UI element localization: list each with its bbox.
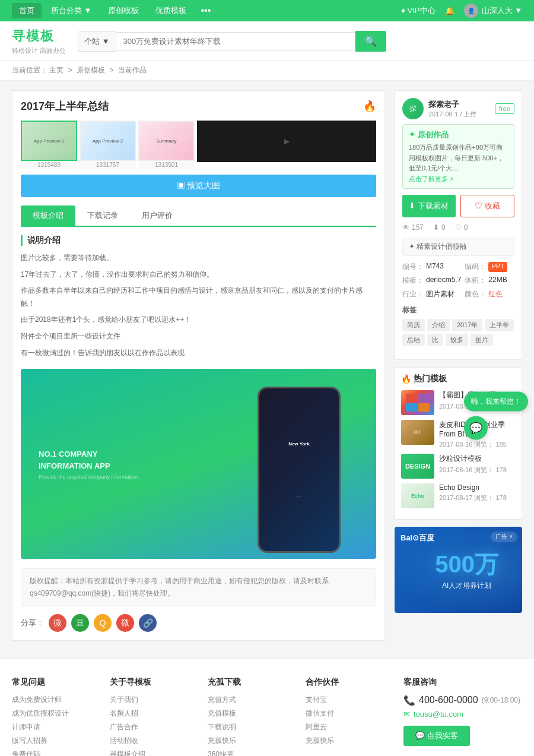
footer-link-1-1[interactable]: 名撰人招 <box>110 708 196 719</box>
hot-dl-2: 178 <box>495 466 506 473</box>
vip-button[interactable]: ♦ VIP中心 <box>401 5 435 16</box>
share-label: 分享： <box>21 618 44 628</box>
phone-app-title: New York <box>288 441 310 447</box>
search-area: 个站 ▼ 🔍 <box>78 31 386 52</box>
footer-contact: 客服咨询 📞 400-600-0000 (9:00-18:00) ✉ tousu… <box>403 677 522 756</box>
nav-category[interactable]: 所台分类 ▼ <box>44 3 98 18</box>
footer-link-3-3[interactable]: 充孤快乐 <box>306 736 392 746</box>
footer-main: 常见问题 成为免费设计师 成为优质授权设计 计师申请 版写人招募 免费代码 版权… <box>12 677 522 756</box>
app-info-text: NO.1 COMPANYINFORMATION APP <box>39 448 139 472</box>
hot-meta-2: 2017-08-16 浏览： 178 <box>439 466 516 475</box>
hot-info-2: 沙粒设计模板 2017-08-16 浏览： 178 <box>439 454 516 475</box>
footer-link-0-0[interactable]: 成为免费设计师 <box>12 695 98 705</box>
thumb-2[interactable]: App Preview 2 1331757 <box>80 121 136 169</box>
share-weibo[interactable]: 微 <box>49 614 66 632</box>
footer-link-2-1[interactable]: 充值模板 <box>208 708 294 719</box>
hot-name-2: 沙粒设计模板 <box>439 454 516 464</box>
footer-link-3-0[interactable]: 支付宝 <box>306 695 392 705</box>
meta-template: 模板： derlecm5.7 <box>402 276 461 286</box>
search-button[interactable]: 🔍 <box>355 31 386 52</box>
footer-link-2-2[interactable]: 下载说明 <box>208 722 294 732</box>
hot-item-3[interactable]: Echo Echo Design 2017-08-17 浏览： 178 <box>401 483 516 508</box>
phone-mockup: New York ····· <box>258 387 341 553</box>
footer-link-1-3[interactable]: 活动招收 <box>110 736 196 746</box>
views-count: 157 <box>412 223 424 232</box>
breadcrumb-sep1: > <box>68 66 74 74</box>
breadcrumb-home[interactable]: 主页 <box>49 66 63 74</box>
footer-link-2-0[interactable]: 充值方式 <box>208 695 294 705</box>
hot-title-text: 热门模板 <box>414 374 447 384</box>
footer-link-0-1[interactable]: 成为优质授权设计 <box>12 708 98 719</box>
meta-template-value: derlecm5.7 <box>426 276 461 286</box>
email-icon: ✉ <box>403 710 410 719</box>
tab-downloads[interactable]: 下载记录 <box>75 205 130 226</box>
footer-link-2-3[interactable]: 充孤快乐 <box>208 736 294 746</box>
chat-circle[interactable]: 💬 <box>464 416 488 440</box>
tag-7[interactable]: 图片 <box>471 334 493 346</box>
hot-item-2[interactable]: DESIGN 沙粒设计模板 2017-08-16 浏览： 178 <box>401 454 516 479</box>
original-work-link[interactable]: 点击了解更多 > <box>409 175 453 182</box>
footer-link-3-2[interactable]: 阿里云 <box>306 722 392 732</box>
search-input[interactable] <box>116 32 356 50</box>
footer-link-0-2[interactable]: 计师申请 <box>12 722 98 732</box>
ad-badge[interactable]: 广告 × <box>491 532 517 542</box>
content-left: 2017年上半年总结 🔥 App Preview 1 1315489 App P… <box>12 90 385 649</box>
tag-4[interactable]: 总结 <box>402 334 425 346</box>
share-douban[interactable]: 豆 <box>71 614 89 632</box>
author-date: 2017-08-1 / 上传 <box>428 110 490 119</box>
user-menu[interactable]: 👤 山深人大 ▼ <box>464 4 522 18</box>
share-qqzone[interactable]: Q <box>94 614 112 632</box>
breadcrumb-original[interactable]: 原创模板 <box>77 66 105 74</box>
tag-6[interactable]: 较多 <box>446 334 468 346</box>
original-work-desc: 180万品质量原创作品+80万可商用模板权图片，每日更新 500+，低至0.1元… <box>409 143 508 174</box>
original-work-box: ✦ 原创作品 180万品质量原创作品+80万可商用模板权图片，每日更新 500+… <box>402 124 514 189</box>
share-link[interactable]: 🔗 <box>139 614 157 632</box>
meta-industry: 行业： 图片素材 <box>402 289 461 299</box>
hot-templates-title: 🔥 热门模板 <box>401 374 516 384</box>
tag-3[interactable]: 上半年 <box>485 319 514 331</box>
footer-link-3-1[interactable]: 微信支付 <box>306 708 392 719</box>
footer-link-2-4[interactable]: 360快克 <box>208 749 294 756</box>
meta-id-label: 编号： <box>402 262 424 272</box>
nav-quality[interactable]: 优质模板 <box>148 3 193 18</box>
download-button[interactable]: ⬇ 下载素材 <box>402 195 456 217</box>
tab-intro[interactable]: 模板介绍 <box>21 205 75 226</box>
hot-thumb-0 <box>401 390 434 415</box>
chat-bubble[interactable]: 嗨，我来帮您！ <box>464 392 528 412</box>
main-content: 2017年上半年总结 🔥 App Preview 1 1315489 App P… <box>0 81 534 659</box>
notification-icon[interactable]: 🔔 <box>445 7 454 15</box>
preview-thumbnails: App Preview 1 1315489 App Preview 2 1331… <box>21 121 376 169</box>
view-large-button[interactable]: ▣ 预览大图 <box>21 175 376 197</box>
nav-home[interactable]: 首页 <box>12 3 42 18</box>
stat-views: 👁 157 <box>402 223 424 232</box>
breadcrumb-current: 当前作品 <box>118 66 147 74</box>
fire-hot-icon: 🔥 <box>401 374 411 384</box>
thumb-3[interactable]: Summary 1313501 <box>138 121 195 169</box>
nav-more[interactable]: ••• <box>196 5 215 16</box>
downloads-count: 0 <box>441 223 446 232</box>
footer-link-0-3[interactable]: 版写人招募 <box>12 736 98 746</box>
site-logo[interactable]: 寻模板 <box>12 27 66 45</box>
tab-reviews[interactable]: 用户评价 <box>130 205 185 226</box>
meta-type-label: 编码： <box>465 262 486 272</box>
footer-link-1-0[interactable]: 关于我们 <box>110 695 196 705</box>
collect-button[interactable]: ♡ 收藏 <box>460 195 515 217</box>
ad-subtitle: AI人才培养计划 <box>442 581 491 591</box>
footer-link-1-4[interactable]: 寻模板介绍 <box>110 749 196 756</box>
ad-banner[interactable]: Bai⊙百度 500万 AI人才培养计划 广告 × <box>395 527 522 613</box>
thumb-1[interactable]: App Preview 1 1315489 <box>21 121 77 169</box>
author-name[interactable]: 探索老子 <box>428 99 490 110</box>
nav-original[interactable]: 原创模板 <box>101 3 146 18</box>
tag-2[interactable]: 2017年 <box>452 319 482 331</box>
footer-link-1-2[interactable]: 广告合作 <box>110 722 196 732</box>
logo-area: 寻模板 轻松设计 高效办公 <box>12 27 66 55</box>
tag-0[interactable]: 简历 <box>402 319 425 331</box>
search-category-dropdown[interactable]: 个站 ▼ <box>78 31 115 52</box>
footer-link-0-4[interactable]: 免费代码 <box>12 749 98 756</box>
hot-date-2: 2017-08-16 <box>439 466 472 473</box>
designer-badge: ✦ 精素设计倡领袖 <box>402 238 514 256</box>
tag-1[interactable]: 介绍 <box>427 319 450 331</box>
chat-button[interactable]: 💬 点我实客 <box>403 726 470 746</box>
share-wechat[interactable]: 微 <box>116 614 134 632</box>
tag-5[interactable]: 比 <box>427 334 443 346</box>
